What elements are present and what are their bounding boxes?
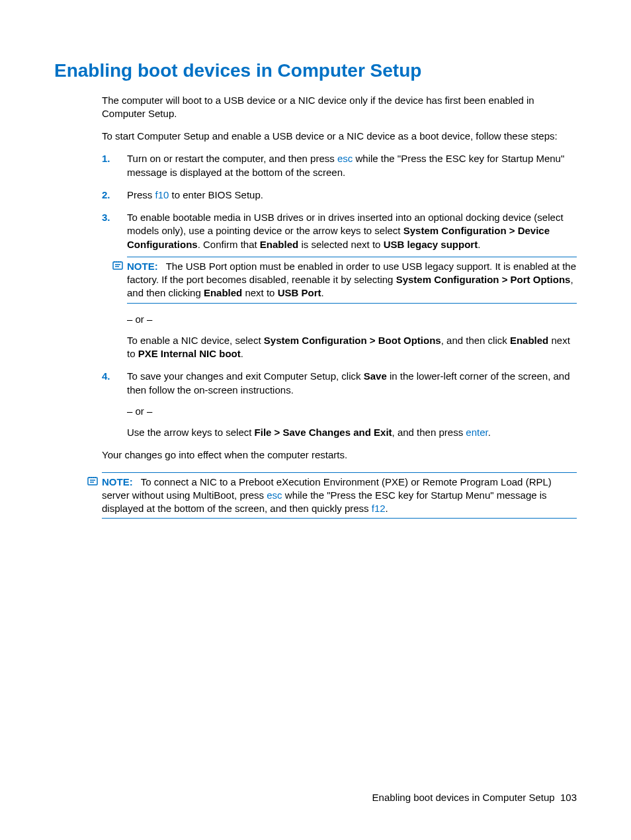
step-4-alt-c: . bbox=[488, 427, 491, 438]
or-separator: – or – bbox=[127, 313, 577, 326]
step-2-text-a: Press bbox=[127, 189, 155, 200]
step-3-alt: To enable a NIC device, select System Co… bbox=[127, 334, 577, 361]
step-3-alt-bold-1: System Configuration > Boot Options bbox=[264, 335, 441, 346]
note-icon bbox=[112, 260, 123, 271]
step-3-alt-bold-3: PXE Internal NIC boot bbox=[138, 348, 241, 359]
note-block-1: NOTE:The USB Port option must be enabled… bbox=[127, 257, 577, 304]
step-3: To enable bootable media in USB drives o… bbox=[102, 211, 577, 360]
step-3-alt-a: To enable a NIC device, select bbox=[127, 335, 264, 346]
step-3-text-b: . Confirm that bbox=[198, 239, 260, 250]
step-3-bold-3: USB legacy support bbox=[384, 239, 478, 250]
svg-rect-1 bbox=[88, 478, 97, 485]
step-3-alt-b: , and then click bbox=[441, 335, 510, 346]
note-1-text-d: . bbox=[321, 287, 323, 298]
step-2: Press f10 to enter BIOS Setup. bbox=[102, 189, 577, 202]
step-4-bold-1: Save bbox=[364, 370, 387, 382]
note-1-bold-1: System Configuration > Port Options bbox=[396, 274, 571, 285]
step-4-alt-bold-1: File > Save Changes and Exit bbox=[255, 427, 392, 438]
intro-block: The computer will boot to a USB device o… bbox=[102, 94, 577, 144]
key-enter: enter bbox=[466, 427, 487, 438]
intro-paragraph-1: The computer will boot to a USB device o… bbox=[102, 94, 577, 121]
intro-paragraph-2: To start Computer Setup and enable a USB… bbox=[102, 130, 577, 143]
key-esc: esc bbox=[337, 153, 353, 164]
step-4-alt-a: Use the arrow keys to select bbox=[127, 427, 255, 438]
step-3-alt-d: . bbox=[241, 348, 243, 359]
svg-rect-0 bbox=[113, 262, 122, 269]
step-1: Turn on or restart the computer, and the… bbox=[102, 152, 577, 179]
step-2-text-b: to enter BIOS Setup. bbox=[169, 189, 263, 200]
step-4-alt-b: , and then press bbox=[392, 427, 466, 438]
note-1-text-c: next to bbox=[242, 287, 277, 298]
key-f12: f12 bbox=[372, 503, 386, 514]
step-4: To save your changes and exit Computer S… bbox=[102, 370, 577, 439]
step-list: Turn on or restart the computer, and the… bbox=[102, 152, 577, 439]
note-label-2: NOTE: bbox=[102, 476, 133, 487]
step-3-bold-2: Enabled bbox=[260, 239, 298, 250]
note-label: NOTE: bbox=[127, 261, 158, 272]
step-3-alt-bold-2: Enabled bbox=[510, 335, 548, 346]
step-3-text-c: is selected next to bbox=[298, 239, 383, 250]
footer-section-title: Enabling boot devices in Computer Setup bbox=[372, 792, 555, 803]
key-esc-2: esc bbox=[267, 489, 282, 501]
page-title: Enabling boot devices in Computer Setup bbox=[54, 60, 577, 82]
step-3-text-d: . bbox=[478, 239, 480, 250]
footer-note-c: . bbox=[386, 503, 388, 514]
step-4-text-a: To save your changes and exit Computer S… bbox=[127, 370, 364, 382]
after-steps-text: Your changes go into effect when the com… bbox=[102, 448, 577, 462]
page-footer: Enabling boot devices in Computer Setup … bbox=[372, 792, 577, 803]
footer-page-number: 103 bbox=[560, 792, 577, 803]
note-1-bold-2: Enabled bbox=[204, 287, 242, 298]
step-4-alt: Use the arrow keys to select File > Save… bbox=[127, 426, 577, 439]
note-1-bold-3: USB Port bbox=[278, 287, 321, 298]
step-1-text-a: Turn on or restart the computer, and the… bbox=[127, 153, 337, 164]
note-block-2: NOTE:To connect a NIC to a Preboot eXecu… bbox=[102, 472, 577, 519]
note-icon bbox=[87, 476, 98, 486]
document-page: Enabling boot devices in Computer Setup … bbox=[0, 0, 631, 519]
key-f10: f10 bbox=[155, 189, 169, 200]
or-separator-2: – or – bbox=[127, 405, 577, 418]
